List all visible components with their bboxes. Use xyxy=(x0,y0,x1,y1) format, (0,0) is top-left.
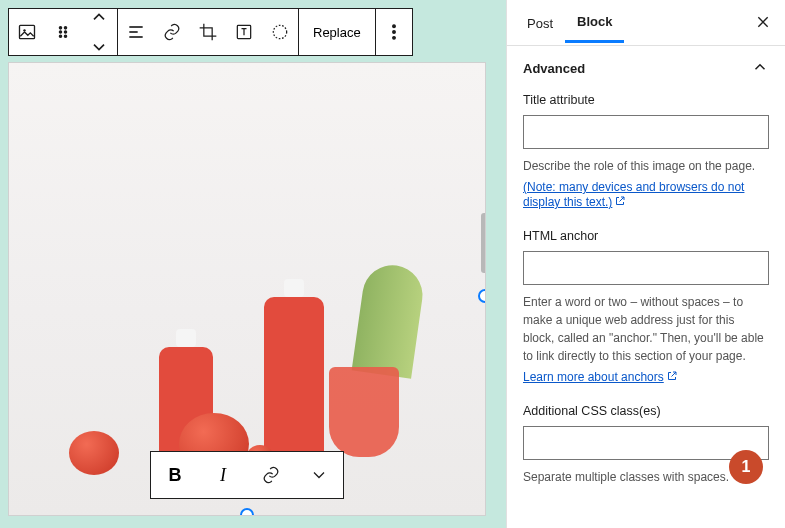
svg-point-12 xyxy=(273,25,286,38)
settings-sidebar: Post Block Advanced Title attribute Desc… xyxy=(506,0,785,528)
text-overlay-icon[interactable] xyxy=(226,9,262,55)
title-attribute-input[interactable] xyxy=(523,115,769,149)
italic-button[interactable]: I xyxy=(199,452,247,498)
inline-link-icon[interactable] xyxy=(247,452,295,498)
title-attribute-label: Title attribute xyxy=(523,93,769,107)
html-anchor-input[interactable] xyxy=(523,251,769,285)
placeholder-image xyxy=(9,63,485,515)
svg-point-6 xyxy=(59,35,61,37)
inline-more-icon[interactable] xyxy=(295,452,343,498)
svg-point-2 xyxy=(59,27,61,29)
svg-rect-0 xyxy=(20,25,35,38)
svg-point-3 xyxy=(64,27,66,29)
title-attribute-note-link[interactable]: (Note: many devices and browsers do not … xyxy=(523,180,744,209)
tab-block[interactable]: Block xyxy=(565,2,624,43)
css-class-input[interactable] xyxy=(523,426,769,460)
html-anchor-label: HTML anchor xyxy=(523,229,769,243)
scrollbar-thumb[interactable] xyxy=(481,213,486,273)
duotone-icon[interactable] xyxy=(262,9,298,55)
drag-handle-icon[interactable] xyxy=(45,9,81,55)
css-class-label: Additional CSS class(es) xyxy=(523,404,769,418)
html-anchor-learn-link[interactable]: Learn more about anchors xyxy=(523,370,678,384)
svg-rect-9 xyxy=(129,31,137,33)
svg-point-5 xyxy=(64,31,66,33)
svg-point-13 xyxy=(392,25,395,28)
inline-format-toolbar: B I xyxy=(150,451,344,499)
chevron-up-icon xyxy=(751,58,769,79)
bold-button[interactable]: B xyxy=(151,452,199,498)
block-toolbar: Replace xyxy=(8,8,413,56)
advanced-panel-toggle[interactable]: Advanced xyxy=(523,58,769,79)
title-attribute-desc: Describe the role of this image on the p… xyxy=(523,157,769,175)
tab-post[interactable]: Post xyxy=(515,4,565,42)
sidebar-tabs: Post Block xyxy=(507,0,785,46)
replace-button[interactable]: Replace xyxy=(299,9,375,55)
image-block[interactable]: B I xyxy=(8,62,486,516)
svg-point-7 xyxy=(64,35,66,37)
editor-canvas: Replace B I xyxy=(0,0,506,528)
svg-rect-10 xyxy=(129,36,142,38)
html-anchor-desc: Enter a word or two – without spaces – t… xyxy=(523,293,769,365)
svg-rect-8 xyxy=(129,26,142,28)
more-options-icon[interactable] xyxy=(376,9,412,55)
svg-point-15 xyxy=(392,37,395,40)
resize-handle-right[interactable] xyxy=(478,289,486,303)
move-up-down-icon[interactable] xyxy=(81,9,117,55)
close-sidebar-button[interactable] xyxy=(751,10,775,34)
image-block-icon[interactable] xyxy=(9,9,45,55)
advanced-panel-title: Advanced xyxy=(523,61,585,76)
link-icon[interactable] xyxy=(154,9,190,55)
crop-icon[interactable] xyxy=(190,9,226,55)
svg-point-4 xyxy=(59,31,61,33)
resize-handle-bottom[interactable] xyxy=(240,508,254,516)
align-icon[interactable] xyxy=(118,9,154,55)
annotation-marker-1: 1 xyxy=(729,450,763,484)
svg-point-14 xyxy=(392,31,395,34)
